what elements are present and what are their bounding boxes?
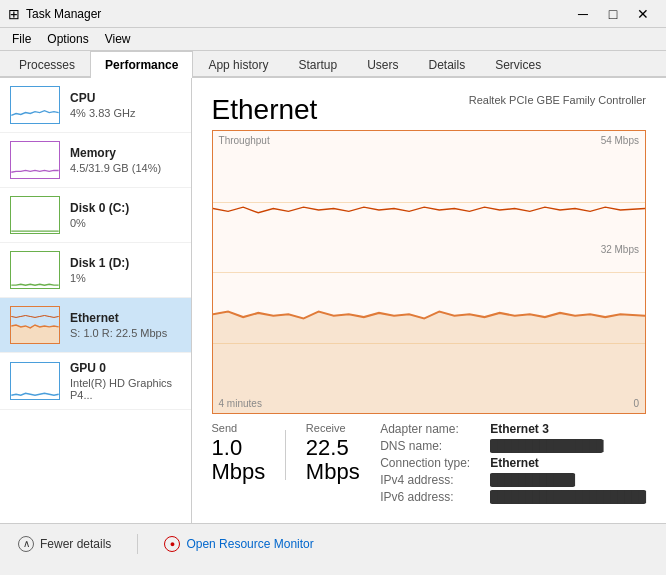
bottom-divider xyxy=(137,534,138,554)
minimize-button[interactable]: ─ xyxy=(568,3,598,25)
detail-title: Ethernet xyxy=(212,94,318,126)
svg-marker-1 xyxy=(213,311,645,413)
ipv4-value: ████████████ xyxy=(490,473,575,487)
connection-type-row: Connection type: Ethernet xyxy=(380,456,646,470)
adapter-name-key: Adapter name: xyxy=(380,422,480,436)
connection-type-key: Connection type: xyxy=(380,456,480,470)
tab-services[interactable]: Services xyxy=(480,51,556,78)
ethernet-thumbnail xyxy=(10,306,60,344)
sidebar-item-gpu0[interactable]: GPU 0 Intel(R) HD Graphics P4... xyxy=(0,353,191,410)
cpu-info: CPU 4% 3.83 GHz xyxy=(70,91,181,119)
open-resource-monitor-label: Open Resource Monitor xyxy=(186,537,313,551)
tab-details[interactable]: Details xyxy=(413,51,480,78)
gridline-1 xyxy=(213,202,645,203)
open-resource-monitor-button[interactable]: ● Open Resource Monitor xyxy=(158,532,319,556)
stats-row: Send 1.0 Mbps Receive 22.5 Mbps Adapter … xyxy=(212,422,646,507)
menu-bar: File Options View xyxy=(0,28,666,51)
chevron-up-icon: ∧ xyxy=(18,536,34,552)
title-bar-left: ⊞ Task Manager xyxy=(8,6,101,22)
dns-name-value: ████████████████ xyxy=(490,439,603,453)
menu-view[interactable]: View xyxy=(97,30,139,48)
memory-label: Memory xyxy=(70,146,181,160)
cpu-label: CPU xyxy=(70,91,181,105)
fewer-details-button[interactable]: ∧ Fewer details xyxy=(12,532,117,556)
send-stat: Send 1.0 Mbps xyxy=(212,422,266,484)
gpu0-sub: Intel(R) HD Graphics P4... xyxy=(70,377,181,401)
gpu0-label: GPU 0 xyxy=(70,361,181,375)
ipv6-value: ██████████████████████ xyxy=(490,490,646,504)
tab-bar: Processes Performance App history Startu… xyxy=(0,51,666,78)
sidebar-item-disk0[interactable]: Disk 0 (C:) 0% xyxy=(0,188,191,243)
send-value-text: 1.0 Mbps xyxy=(212,435,266,484)
tab-apphistory[interactable]: App history xyxy=(193,51,283,78)
gridline-3 xyxy=(213,343,645,344)
tab-users[interactable]: Users xyxy=(352,51,413,78)
memory-info: Memory 4.5/31.9 GB (14%) xyxy=(70,146,181,174)
dns-name-key: DNS name: xyxy=(380,439,480,453)
bottom-bar: ∧ Fewer details ● Open Resource Monitor xyxy=(0,523,666,563)
receive-value: 22.5 Mbps xyxy=(306,436,360,484)
cpu-thumbnail xyxy=(10,86,60,124)
stat-divider-1 xyxy=(285,430,286,480)
disk1-sub: 1% xyxy=(70,272,181,284)
dns-name-row: DNS name: ████████████████ xyxy=(380,439,646,453)
chart-area: Throughput 54 Mbps 32 Mbps 0 4 minutes xyxy=(212,130,646,414)
disk0-info: Disk 0 (C:) 0% xyxy=(70,201,181,229)
send-label: Send xyxy=(212,422,266,434)
fewer-details-label: Fewer details xyxy=(40,537,111,551)
ethernet-info: Ethernet S: 1.0 R: 22.5 Mbps xyxy=(70,311,181,339)
mid-mbps-label: 32 Mbps xyxy=(601,244,639,255)
adapter-name-value: Ethernet 3 xyxy=(490,422,549,436)
gpu0-thumbnail xyxy=(10,362,60,400)
tab-performance[interactable]: Performance xyxy=(90,51,193,78)
tab-processes[interactable]: Processes xyxy=(4,51,90,78)
memory-thumbnail xyxy=(10,141,60,179)
connection-type-value: Ethernet xyxy=(490,456,539,470)
sidebar: CPU 4% 3.83 GHz Memory 4.5/31.9 GB (14%) xyxy=(0,78,192,523)
disk1-info: Disk 1 (D:) 1% xyxy=(70,256,181,284)
receive-value-text: 22.5 Mbps xyxy=(306,435,360,484)
time-ago-label: 4 minutes xyxy=(219,398,262,409)
tab-startup[interactable]: Startup xyxy=(283,51,352,78)
maximize-button[interactable]: □ xyxy=(598,3,628,25)
adapter-info: Adapter name: Ethernet 3 DNS name: █████… xyxy=(380,422,646,507)
ethernet-label: Ethernet xyxy=(70,311,181,325)
ipv6-row: IPv6 address: ██████████████████████ xyxy=(380,490,646,504)
receive-stat: Receive 22.5 Mbps xyxy=(306,422,360,484)
detail-subtitle: Realtek PCIe GBE Family Controller xyxy=(469,94,646,106)
ipv6-key: IPv6 address: xyxy=(380,490,480,504)
monitor-icon: ● xyxy=(164,536,180,552)
cpu-sub: 4% 3.83 GHz xyxy=(70,107,181,119)
title-bar: ⊞ Task Manager ─ □ ✕ xyxy=(0,0,666,28)
receive-label: Receive xyxy=(306,422,360,434)
ipv4-key: IPv4 address: xyxy=(380,473,480,487)
ethernet-sub: S: 1.0 R: 22.5 Mbps xyxy=(70,327,181,339)
sidebar-item-disk1[interactable]: Disk 1 (D:) 1% xyxy=(0,243,191,298)
adapter-name-row: Adapter name: Ethernet 3 xyxy=(380,422,646,436)
sidebar-item-memory[interactable]: Memory 4.5/31.9 GB (14%) xyxy=(0,133,191,188)
sidebar-item-cpu[interactable]: CPU 4% 3.83 GHz xyxy=(0,78,191,133)
disk0-sub: 0% xyxy=(70,217,181,229)
memory-sub: 4.5/31.9 GB (14%) xyxy=(70,162,181,174)
menu-options[interactable]: Options xyxy=(39,30,96,48)
detail-panel: Ethernet Realtek PCIe GBE Family Control… xyxy=(192,78,666,523)
gpu0-info: GPU 0 Intel(R) HD Graphics P4... xyxy=(70,361,181,401)
throughput-label: Throughput xyxy=(219,135,270,146)
gridline-2 xyxy=(213,272,645,273)
app-icon: ⊞ xyxy=(8,6,20,22)
title-bar-controls: ─ □ ✕ xyxy=(568,3,658,25)
svg-marker-0 xyxy=(11,325,58,343)
detail-header: Ethernet Realtek PCIe GBE Family Control… xyxy=(212,94,646,126)
disk0-label: Disk 0 (C:) xyxy=(70,201,181,215)
disk0-thumbnail xyxy=(10,196,60,234)
close-button[interactable]: ✕ xyxy=(628,3,658,25)
max-mbps-label: 54 Mbps xyxy=(601,135,639,146)
zero-label: 0 xyxy=(633,398,639,409)
main-content: CPU 4% 3.83 GHz Memory 4.5/31.9 GB (14%) xyxy=(0,78,666,523)
menu-file[interactable]: File xyxy=(4,30,39,48)
sidebar-item-ethernet[interactable]: Ethernet S: 1.0 R: 22.5 Mbps xyxy=(0,298,191,353)
disk1-thumbnail xyxy=(10,251,60,289)
app-title: Task Manager xyxy=(26,7,101,21)
send-value: 1.0 Mbps xyxy=(212,436,266,484)
disk1-label: Disk 1 (D:) xyxy=(70,256,181,270)
